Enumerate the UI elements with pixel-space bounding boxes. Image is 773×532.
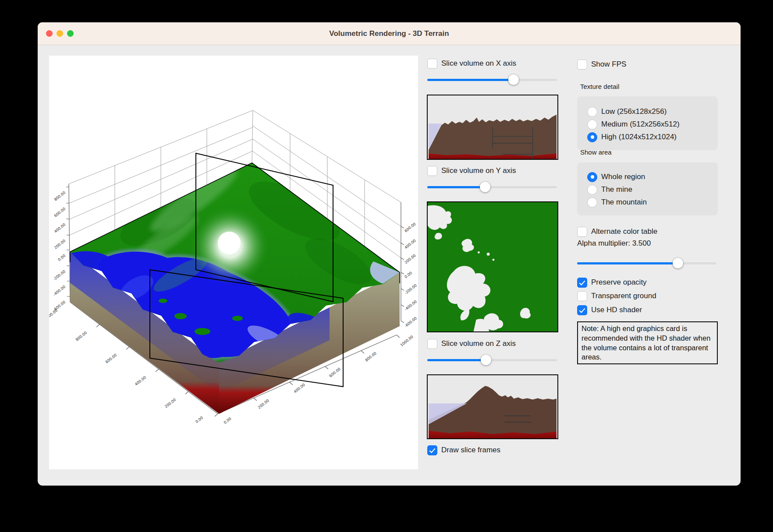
slice-z-slider[interactable] [427, 355, 557, 365]
content-area: 800.00 600.00 400.00 200.00 0.00 -200.00… [38, 45, 741, 486]
transparent-ground-row: Transparent ground [577, 290, 656, 302]
app-window: Volumetric Rendering - 3D Terrain [38, 22, 741, 486]
show-area-group: Whole region The mine The mountain [577, 162, 718, 215]
alternate-color-table-checkbox[interactable] [577, 227, 587, 237]
slice-z-checkbox[interactable] [427, 339, 437, 349]
texture-high-label: High (1024x512x1024) [601, 133, 677, 141]
slider-thumb[interactable] [480, 182, 490, 192]
slice-y-row: Slice volume on Y axis [427, 165, 516, 176]
texture-low-label: Low (256x128x256) [601, 107, 667, 116]
area-the-mountain-radio[interactable] [587, 197, 597, 208]
svg-text:200.00: 200.00 [404, 253, 417, 264]
svg-text:200.00: 200.00 [257, 398, 270, 410]
slice-y-slider[interactable] [427, 182, 557, 192]
svg-text:800.00: 800.00 [364, 351, 377, 363]
area-the-mine-radio[interactable] [587, 185, 597, 195]
radio-row-whole-region: Whole region [587, 171, 645, 183]
svg-text:800.00: 800.00 [53, 190, 67, 202]
svg-text:-200.00: -200.00 [404, 283, 418, 295]
area-the-mountain-label: The mountain [601, 198, 647, 207]
svg-text:-400.00: -400.00 [404, 299, 418, 311]
slice-x-slider[interactable] [427, 74, 557, 85]
svg-text:600.00: 600.00 [404, 222, 417, 233]
texture-high-radio[interactable] [587, 132, 597, 142]
slider-thumb[interactable] [673, 258, 683, 268]
slider-fill [577, 262, 680, 264]
svg-text:600.00: 600.00 [105, 353, 118, 364]
radio-row-the-mountain: The mountain [587, 197, 647, 208]
preserve-opacity-row: Preserve opacity [577, 277, 647, 288]
svg-text:-200.00: -200.00 [52, 269, 66, 282]
slice-y-label: Slice volume on Y axis [441, 166, 516, 175]
slice-y-preview [427, 201, 558, 332]
transparent-ground-checkbox[interactable] [577, 291, 587, 301]
svg-text:400.00: 400.00 [404, 238, 417, 250]
slider-fill [427, 79, 515, 81]
draw-slice-frames-checkbox[interactable] [427, 445, 437, 455]
window-title: Volumetric Rendering - 3D Terrain [38, 22, 741, 45]
svg-text:400.00: 400.00 [293, 383, 306, 394]
slice-x-checkbox[interactable] [427, 59, 437, 69]
use-hd-shader-label: Use HD shader [591, 306, 642, 314]
terrain-3d-plot: 800.00 600.00 400.00 200.00 0.00 -200.00… [49, 56, 418, 469]
area-whole-region-radio[interactable] [587, 172, 597, 182]
svg-text:-400.00: -400.00 [52, 285, 66, 297]
render-viewport[interactable]: 800.00 600.00 400.00 200.00 0.00 -200.00… [49, 56, 418, 469]
slider-thumb[interactable] [508, 74, 519, 85]
svg-text:200.00: 200.00 [53, 239, 67, 250]
svg-text:800.00: 800.00 [75, 331, 88, 342]
slice-z-label: Slice volume on Z axis [441, 339, 516, 348]
svg-text:1000.00: 1000.00 [399, 335, 414, 348]
use-hd-shader-row: Use HD shader [577, 304, 642, 316]
show-fps-row: Show FPS [577, 59, 626, 70]
alpha-multiplier-slider[interactable] [577, 258, 716, 268]
slice-y-checkbox[interactable] [427, 166, 437, 176]
texture-medium-radio[interactable] [587, 120, 597, 130]
slice-x-label: Slice volume on X axis [441, 59, 516, 68]
show-fps-label: Show FPS [591, 60, 626, 69]
svg-text:0.00: 0.00 [195, 416, 204, 424]
radio-row-high: High (1024x512x1024) [587, 131, 677, 143]
slice-x-row: Slice volume on X axis [427, 58, 516, 69]
texture-medium-label: Medium (512x256x512) [601, 120, 680, 129]
draw-slice-frames-label: Draw slice frames [441, 446, 500, 454]
svg-text:0.00: 0.00 [404, 271, 413, 279]
slider-fill [427, 186, 484, 188]
texture-detail-group: Low (256x128x256) Medium (512x256x512) H… [577, 96, 718, 150]
alternate-color-table-row: Alternate color table [577, 226, 657, 237]
svg-text:400.00: 400.00 [53, 222, 67, 234]
svg-text:600.00: 600.00 [328, 367, 341, 378]
preserve-opacity-checkbox[interactable] [577, 278, 587, 288]
svg-text:0.00: 0.00 [57, 254, 66, 262]
texture-low-radio[interactable] [587, 107, 597, 117]
svg-text:-600.00: -600.00 [404, 316, 418, 328]
texture-detail-group-label: Texture detail [580, 83, 619, 92]
show-fps-checkbox[interactable] [577, 60, 587, 70]
area-the-mine-label: The mine [601, 185, 632, 194]
hd-shader-note: Note: A high end graphics card is recomm… [577, 321, 718, 364]
radio-row-low: Low (256x128x256) [587, 106, 667, 117]
svg-text:600.00: 600.00 [53, 207, 67, 218]
slice-z-preview [427, 374, 558, 439]
radio-row-the-mine: The mine [587, 184, 632, 195]
draw-slice-frames-row: Draw slice frames [427, 444, 500, 456]
transparent-ground-label: Transparent ground [591, 292, 656, 300]
title-bar: Volumetric Rendering - 3D Terrain [38, 22, 741, 45]
alpha-multiplier-label: Alpha multiplier: 3.500 [577, 239, 651, 248]
svg-text:0.00: 0.00 [223, 416, 232, 425]
area-whole-region-label: Whole region [601, 173, 645, 181]
slice-z-row: Slice volume on Z axis [427, 338, 516, 349]
slice-x-preview [427, 95, 558, 160]
svg-text:1000.00: 1000.00 [49, 308, 58, 321]
svg-text:400.00: 400.00 [134, 375, 147, 387]
show-area-group-label: Show area [580, 148, 612, 158]
radio-row-medium: Medium (512x256x512) [587, 119, 680, 130]
slider-thumb[interactable] [481, 355, 491, 365]
use-hd-shader-checkbox[interactable] [577, 305, 587, 315]
preserve-opacity-label: Preserve opacity [591, 278, 647, 287]
alternate-color-table-label: Alternate color table [591, 227, 657, 236]
slider-fill [427, 359, 486, 361]
svg-text:200.00: 200.00 [164, 398, 177, 409]
